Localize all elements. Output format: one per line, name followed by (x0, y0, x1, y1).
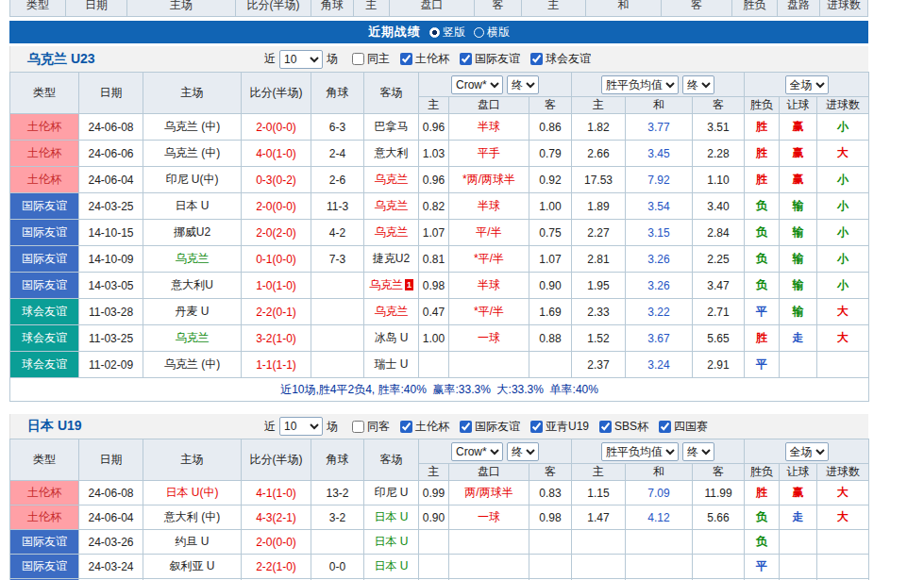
filter-option[interactable]: SBS杯 (589, 419, 648, 435)
lose-odds: 3.47 (693, 273, 745, 299)
column-header: 类型 (10, 73, 79, 114)
handicap-line: *平/半 (449, 246, 529, 273)
match-scope-select[interactable]: 全场 (785, 75, 829, 94)
home-team-cell: 印尼 U(中) (143, 167, 242, 193)
filter-checkbox[interactable] (460, 53, 472, 65)
match-row: 土伦杯24-06-04意大利 (中)4-3(2-1)3-2日本 U0.90一球0… (10, 505, 869, 530)
score: 4-1(1-0) (242, 481, 311, 505)
top-strip-col: 盘路 (778, 0, 820, 17)
sub-column-header: 和 (626, 97, 693, 114)
filter-option[interactable]: 球会友谊 (520, 51, 591, 67)
score: 0-3(0-2) (242, 167, 311, 193)
home-team-cell: 叙利亚 U (143, 555, 242, 579)
handicap-home-odds: 0.81 (419, 246, 449, 273)
filter-option[interactable]: 土伦杯 (390, 419, 449, 435)
lose-odds: 2.28 (693, 141, 745, 167)
draw-odds: 3.54 (626, 193, 693, 220)
away-team-cell: 乌克兰 (364, 220, 419, 246)
match-date: 11-02-09 (79, 352, 143, 378)
layout-option-horizontal[interactable]: 横版 (465, 25, 510, 41)
result: 胜 (745, 167, 780, 193)
draw-odds: 3.26 (626, 273, 693, 299)
column-header: 主场 (143, 439, 242, 481)
wdl-average-select[interactable]: 胜平负均值 (601, 75, 679, 94)
column-header: 角球 (311, 439, 364, 481)
sub-column-header: 让球 (780, 97, 817, 114)
match-date: 11-03-28 (79, 299, 143, 325)
filter-checkbox[interactable] (400, 53, 412, 65)
win-odds: 2.33 (572, 299, 626, 325)
filter-option[interactable]: 国际友谊 (449, 419, 520, 435)
handicap-result: 走 (780, 325, 817, 352)
filter-checkbox[interactable] (530, 421, 543, 433)
handicap-line: 平手 (449, 141, 529, 167)
home-team-cell: 乌克兰 (中) (143, 114, 242, 141)
final-odds-select[interactable]: 终 (682, 442, 714, 461)
filter-checkbox[interactable] (530, 53, 543, 65)
final-odds-select[interactable]: 终 (507, 442, 539, 461)
top-strip-col: 客 (662, 0, 732, 17)
away-team-cell: 乌克兰 (364, 167, 419, 193)
top-strip-col: 客 (475, 0, 522, 17)
horizontal-radio[interactable] (474, 27, 484, 38)
match-date: 14-10-09 (79, 246, 143, 273)
filter-checkbox[interactable] (400, 421, 412, 433)
odds-company-select[interactable]: Crow* (451, 75, 503, 94)
sub-column-header: 胜负 (745, 464, 780, 481)
filter-checkbox[interactable] (599, 421, 612, 433)
handicap-away-odds: 0.88 (529, 325, 572, 352)
final-odds-select[interactable]: 终 (682, 75, 714, 94)
win-odds (572, 555, 626, 579)
recent-count-select[interactable]: 10 (279, 417, 323, 436)
filter-option[interactable]: 土伦杯 (390, 51, 449, 67)
match-date: 14-10-15 (79, 220, 143, 246)
home-team-cell: 约旦 U (143, 530, 242, 555)
layout-option-vertical[interactable]: 竖版 (421, 25, 465, 41)
match-scope-select[interactable]: 全场 (785, 442, 829, 461)
filter-checkbox[interactable] (659, 421, 671, 433)
wdl-average-select[interactable]: 胜平负均值 (601, 442, 679, 461)
match-row: 土伦杯24-06-04印尼 U(中)0-3(0-2)2-6乌克兰0.96*两/两… (10, 167, 869, 193)
top-strip-col: 日期 (66, 0, 127, 17)
filter-checkbox[interactable] (352, 421, 364, 433)
filter-option[interactable]: 同客 (342, 419, 390, 435)
filter-checkbox[interactable] (352, 53, 364, 65)
team-name: 乌克兰 U23 (10, 51, 260, 68)
match-type: 土伦杯 (10, 114, 79, 141)
win-odds: 1.95 (572, 273, 626, 299)
filter-option[interactable]: 同主 (342, 51, 390, 67)
lose-odds (693, 530, 745, 555)
draw-odds: 3.22 (626, 299, 693, 325)
final-odds-select[interactable]: 终 (507, 75, 539, 94)
match-type: 国际友谊 (10, 555, 79, 579)
handicap-away-odds: 1.07 (529, 246, 572, 273)
filter-label: 同客 (367, 419, 390, 435)
draw-odds: 7.09 (626, 481, 693, 505)
draw-odds: 3.67 (626, 325, 693, 352)
draw-odds: 3.77 (626, 114, 693, 141)
lose-odds: 2.84 (693, 220, 745, 246)
away-team-cell: 日本 U (364, 555, 419, 579)
filter-option[interactable]: 四国赛 (648, 419, 708, 435)
handicap-odds-header: Crow*终 (419, 439, 572, 464)
match-type: 国际友谊 (10, 246, 79, 273)
filter-checkbox[interactable] (460, 421, 472, 433)
handicap-away-odds (529, 555, 572, 579)
vertical-radio[interactable] (429, 27, 440, 38)
handicap-result: 输 (780, 246, 817, 273)
filter-option[interactable]: 国际友谊 (449, 51, 520, 67)
filter-option[interactable]: 亚青U19 (520, 419, 589, 435)
goals-result: 大 (817, 299, 869, 325)
goals-result: 小 (817, 114, 869, 141)
result: 负 (745, 193, 780, 220)
result: 负 (745, 273, 780, 299)
home-team-cell: 挪威U2 (143, 220, 242, 246)
away-team-cell: 瑞士 U (364, 352, 419, 378)
away-team-cell: 乌克兰1 (364, 273, 419, 299)
filter-label: 国际友谊 (475, 419, 520, 435)
handicap-away-odds: 0.90 (529, 273, 572, 299)
win-odds: 1.52 (572, 325, 626, 352)
odds-company-select[interactable]: Crow* (451, 442, 503, 461)
handicap-away-odds: 0.92 (529, 167, 572, 193)
recent-count-select[interactable]: 10 (279, 50, 323, 69)
